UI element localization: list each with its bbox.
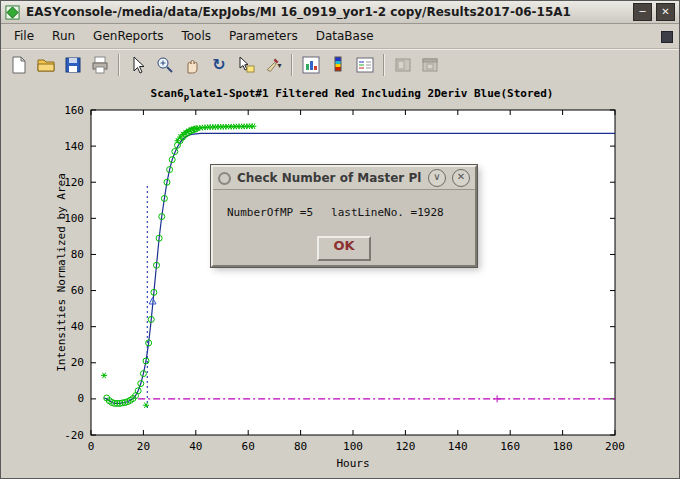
svg-text:80: 80 xyxy=(71,248,84,261)
minimize-button[interactable]: ─ xyxy=(633,3,652,21)
data-cursor-button[interactable] xyxy=(233,52,259,78)
svg-text:-20: -20 xyxy=(64,429,84,442)
print-button[interactable] xyxy=(87,52,113,78)
zoom-in-icon xyxy=(155,55,175,75)
insert-colorbar-button[interactable] xyxy=(325,52,351,78)
check-master-plates-dialog: Check Number of Master Pla ∨ ✕ NumberOfM… xyxy=(211,165,477,267)
dock-figure-icon xyxy=(420,55,440,75)
plot-tools-off-icon xyxy=(393,55,413,75)
svg-text:20: 20 xyxy=(137,440,150,453)
print-icon xyxy=(90,55,110,75)
data-cursor-icon xyxy=(236,55,256,75)
number-of-mp-value: NumberOfMP =5 xyxy=(227,206,313,219)
menu-parameters[interactable]: Parameters xyxy=(220,26,307,46)
menu-grip[interactable] xyxy=(661,31,673,43)
dialog-message: NumberOfMP =5 lastLineNo. =1928 xyxy=(227,206,444,219)
svg-text:60: 60 xyxy=(242,440,255,453)
new-figure-icon xyxy=(9,55,29,75)
toolbar: ↻ ▾ xyxy=(1,49,679,82)
menubar: File Run GenReports Tools Parameters Dat… xyxy=(1,24,679,49)
menu-tools[interactable]: Tools xyxy=(172,26,220,46)
last-line-no-value: lastLineNo. =1928 xyxy=(331,206,444,219)
app-icon xyxy=(5,5,20,20)
ok-button[interactable]: OK xyxy=(317,236,371,261)
toolbar-separator xyxy=(291,54,293,76)
svg-text:100: 100 xyxy=(343,440,363,453)
brush-dropdown-icon[interactable]: ▾ xyxy=(277,61,281,70)
close-button[interactable]: ✕ xyxy=(656,3,675,21)
svg-text:40: 40 xyxy=(189,440,202,453)
chart-svg[interactable]: 020406080100120140160180200-200204060801… xyxy=(1,80,679,479)
pan-button[interactable] xyxy=(179,52,205,78)
hand-icon xyxy=(182,55,202,75)
svg-text:40: 40 xyxy=(71,320,84,333)
legend-icon xyxy=(355,55,375,75)
insert-chart-button[interactable] xyxy=(298,52,324,78)
svg-text:160: 160 xyxy=(64,104,84,117)
menu-database[interactable]: DataBase xyxy=(307,26,383,46)
svg-text:200: 200 xyxy=(605,440,625,453)
easyconsole-window: { "window": { "title": "EASYconsole-/med… xyxy=(0,0,680,479)
menu-file[interactable]: File xyxy=(5,26,43,46)
zoom-in-button[interactable] xyxy=(152,52,178,78)
open-folder-icon xyxy=(36,55,56,75)
menu-genreports[interactable]: GenReports xyxy=(84,26,172,46)
dialog-close-button[interactable]: ✕ xyxy=(452,169,470,187)
dialog-body: NumberOfMP =5 lastLineNo. =1928 OK xyxy=(213,190,475,262)
svg-text:Intensities Normalized by Area: Intensities Normalized by Area xyxy=(55,173,68,372)
toolbar-separator xyxy=(118,54,120,76)
edit-plot-button[interactable] xyxy=(125,52,151,78)
new-figure-button[interactable] xyxy=(6,52,32,78)
svg-text:0: 0 xyxy=(88,440,95,453)
insert-legend-button[interactable] xyxy=(352,52,378,78)
window-title: EASYconsole-/media/data/ExpJobs/MI 16_09… xyxy=(26,5,629,19)
dialog-icon xyxy=(218,172,231,185)
svg-text:160: 160 xyxy=(500,440,520,453)
svg-text:60: 60 xyxy=(71,284,84,297)
svg-text:140: 140 xyxy=(448,440,468,453)
colorbar-icon xyxy=(328,55,348,75)
svg-text:140: 140 xyxy=(64,140,84,153)
chart-title: Scan6plate1-Spot#1 Filtered Red Includin… xyxy=(151,87,554,102)
open-file-button[interactable] xyxy=(33,52,59,78)
brush-data-button[interactable]: ▾ xyxy=(260,52,286,78)
svg-text:80: 80 xyxy=(294,440,307,453)
svg-text:20: 20 xyxy=(71,356,84,369)
dialog-titlebar[interactable]: Check Number of Master Pla ∨ ✕ xyxy=(213,167,475,190)
window-titlebar[interactable]: EASYconsole-/media/data/ExpJobs/MI 16_09… xyxy=(1,1,679,24)
rotate-3d-icon: ↻ xyxy=(212,57,225,73)
rotate-3d-button[interactable]: ↻ xyxy=(206,52,232,78)
svg-text:180: 180 xyxy=(553,440,573,453)
plot-tools-off-button[interactable] xyxy=(390,52,416,78)
dialog-collapse-button[interactable]: ∨ xyxy=(428,169,446,187)
figure-canvas[interactable]: Scan6plate1-Spot#1 Filtered Red Includin… xyxy=(1,80,679,479)
menu-run[interactable]: Run xyxy=(43,26,84,46)
cursor-arrow-icon xyxy=(128,55,148,75)
svg-text:Hours: Hours xyxy=(336,457,369,470)
toolbar-separator xyxy=(383,54,385,76)
chart-icon xyxy=(301,55,321,75)
svg-text:120: 120 xyxy=(395,440,415,453)
svg-text:0: 0 xyxy=(77,392,84,405)
dock-figure-button[interactable] xyxy=(417,52,443,78)
save-icon xyxy=(63,55,83,75)
dialog-title: Check Number of Master Pla xyxy=(237,171,422,185)
save-figure-button[interactable] xyxy=(60,52,86,78)
